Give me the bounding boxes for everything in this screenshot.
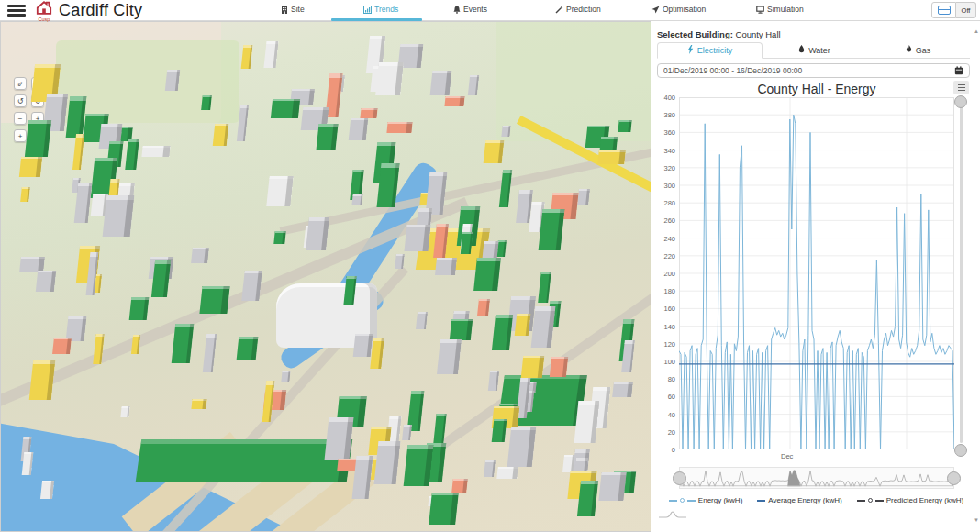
city-building — [273, 231, 285, 244]
city-building — [352, 456, 373, 499]
city-building — [492, 315, 513, 350]
city-building — [404, 445, 434, 486]
date-range-input[interactable]: 01/Dec/2019 00:00 - 16/Dec/2019 00:00 — [657, 63, 970, 78]
city-building — [241, 45, 253, 69]
utility-tab-water[interactable]: Water — [763, 42, 866, 58]
city-building — [450, 319, 473, 340]
city-building — [395, 254, 405, 269]
tilt-down-button[interactable]: ⇙ — [14, 77, 27, 90]
calendar-icon[interactable] — [954, 66, 963, 75]
legend-label: Energy (kwH) — [698, 496, 742, 504]
legend-line-marker — [875, 500, 884, 502]
city-building — [621, 340, 635, 372]
utility-tab-electricity[interactable]: Electricity — [657, 42, 763, 59]
legend-line-marker — [669, 500, 677, 502]
y-zoom-slider-bottom-handle[interactable] — [954, 444, 967, 457]
city-building — [20, 187, 30, 202]
y-axis-tick-label: 20 — [657, 428, 675, 437]
y-zoom-slider-track[interactable] — [960, 104, 963, 443]
city-building — [515, 314, 531, 336]
city-building — [488, 371, 499, 391]
city-building — [499, 170, 512, 207]
y-axis-tick-label: 240 — [657, 235, 675, 243]
window-view-button[interactable] — [931, 2, 956, 18]
y-axis-tick-label: 380 — [657, 111, 675, 119]
city-building — [430, 71, 452, 95]
city-building — [496, 467, 518, 479]
tab-label: Site — [291, 5, 305, 14]
map-3d-view[interactable]: ⇙⇗↺↻−++ — [0, 21, 651, 532]
tab-prediction[interactable]: Prediction — [555, 5, 601, 14]
legend-item-average-energy[interactable]: Average Energy (kwH) — [757, 496, 841, 504]
rotate-left-button[interactable]: ↺ — [14, 94, 27, 107]
city-building — [597, 150, 626, 164]
tab-simulation[interactable]: Simulation — [756, 5, 804, 14]
y-axis-tick-label: 80 — [657, 375, 675, 383]
city-building — [141, 146, 170, 157]
legend-label: Average Energy (kwH) — [768, 496, 841, 504]
off-button[interactable]: Off — [956, 2, 976, 18]
tab-label: Simulation — [767, 5, 804, 14]
city-building — [574, 401, 600, 443]
y-axis-tick-label: 0 — [657, 446, 675, 454]
city-building — [360, 108, 377, 118]
city-building — [451, 479, 468, 493]
tab-events[interactable]: Events — [453, 5, 487, 14]
city-building — [484, 460, 496, 477]
city-building — [386, 122, 412, 133]
zoom-out-button[interactable]: − — [14, 112, 27, 125]
city-building — [263, 41, 278, 68]
city-building — [151, 260, 171, 297]
next-chart-peek — [659, 507, 705, 520]
tab-optimisation[interactable]: Optimisation — [651, 5, 706, 14]
tab-trends[interactable]: Trends — [363, 5, 398, 14]
y-axis-tick-label: 40 — [657, 411, 675, 419]
chart-export-menu-button[interactable] — [953, 81, 969, 94]
active-tab-underline — [331, 18, 422, 21]
tab-label: Prediction — [566, 5, 601, 14]
city-building — [444, 96, 464, 106]
legend-item-energy[interactable]: Energy (kwH) — [669, 496, 742, 504]
y-axis-tick-label: 140 — [657, 323, 675, 331]
city-building — [29, 360, 56, 400]
droplet-icon — [798, 45, 805, 55]
city-building — [74, 183, 93, 223]
main-nav: SiteTrendsEventsPredictionOptimisationSi… — [0, 0, 980, 21]
city-building — [404, 225, 430, 251]
y-zoom-slider-top-handle[interactable] — [954, 95, 967, 108]
bell-icon — [453, 6, 461, 14]
city-building — [129, 297, 150, 320]
navigator-right-handle[interactable] — [947, 471, 961, 485]
tab-site[interactable]: Site — [281, 5, 305, 14]
y-axis-tick-label: 160 — [657, 305, 675, 313]
legend-item-predicted-energy[interactable]: Predicted Energy (kwH) — [857, 496, 963, 504]
city-building — [266, 176, 293, 206]
wand-icon — [555, 6, 563, 14]
utility-tab-gas[interactable]: Gas — [866, 42, 970, 58]
city-building — [103, 195, 135, 237]
plane-icon — [651, 6, 660, 14]
city-building — [468, 75, 479, 95]
view-toggle-group: Off — [931, 2, 976, 18]
window-icon — [938, 6, 951, 15]
city-building — [40, 481, 54, 499]
center-button[interactable]: + — [14, 129, 27, 142]
city-building — [484, 140, 505, 163]
building-icon — [281, 6, 288, 14]
city-building — [370, 338, 384, 369]
utility-tab-label: Gas — [916, 46, 931, 55]
legend-label: Predicted Energy (kwH) — [886, 496, 963, 504]
chart-navigator[interactable] — [679, 467, 954, 489]
panel-scroll-up-arrow[interactable]: ▲ — [974, 28, 979, 34]
city-building — [612, 382, 633, 397]
city-building — [19, 157, 42, 177]
city-building — [531, 306, 556, 348]
legend-circle-marker — [680, 498, 685, 503]
chart-plot-area[interactable] — [679, 97, 954, 449]
city-building — [241, 271, 262, 301]
city-building — [435, 258, 457, 275]
building-detail-panel: ▲ ▼ Selected Building: County Hall Elect… — [651, 21, 980, 532]
navigator-left-handle[interactable] — [673, 471, 686, 485]
city-building — [353, 334, 373, 357]
city-building — [172, 324, 195, 363]
